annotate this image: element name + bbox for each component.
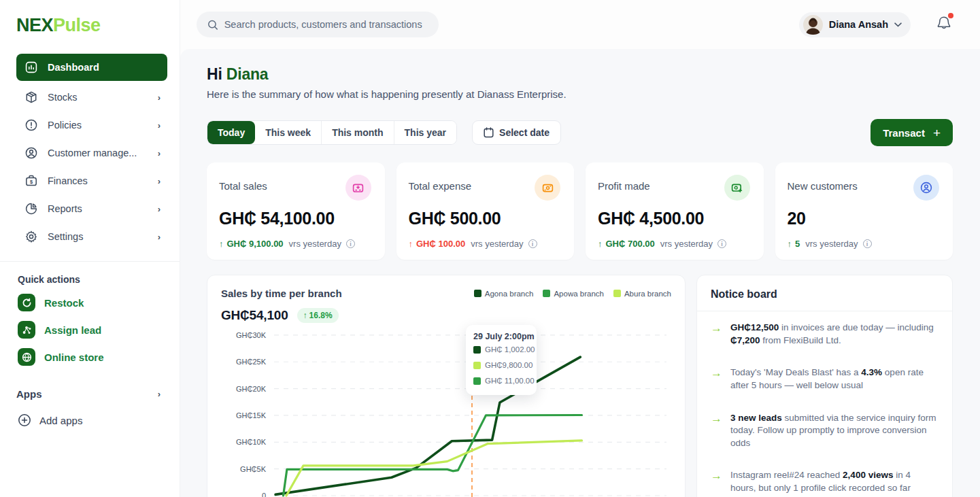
y-axis-tick: GH₵10K xyxy=(236,438,267,446)
tooltip-value: GH₵ 1,002.00 xyxy=(485,345,535,354)
pos-sale-icon xyxy=(345,175,371,201)
globe-icon xyxy=(18,348,35,366)
dashboard-icon xyxy=(24,61,38,74)
quick-action-restock[interactable]: Restock xyxy=(16,289,167,316)
brand-logo-primary: NEX xyxy=(16,15,53,35)
svg-text:$: $ xyxy=(30,179,33,185)
stat-card-title: Profit made xyxy=(598,180,650,192)
tab-this-year[interactable]: This year xyxy=(394,121,456,144)
stat-card-compare-label: vrs yesterday xyxy=(471,239,523,249)
sidebar-item-label: Dashboard xyxy=(48,62,160,73)
stat-card-value: GH₵ 500.00 xyxy=(409,209,561,228)
tooltip-value: GH₵ 11,00.00 xyxy=(485,377,535,385)
calendar-icon xyxy=(484,127,494,138)
chevron-right-icon: › xyxy=(158,148,160,158)
info-icon[interactable]: i xyxy=(528,239,537,248)
chevron-right-icon: › xyxy=(158,92,160,103)
legend-swatch xyxy=(613,290,621,297)
notice-text: Today's 'May Deals Blast' has a 4.3% ope… xyxy=(730,366,937,392)
sidebar-item-label: Customer manage... xyxy=(48,148,148,158)
notice-text: GH₵12,500 in invoices are due today — in… xyxy=(730,322,937,347)
notice-text: 3 new leads submitted via the service in… xyxy=(730,412,937,450)
stat-card-delta-amount: GH₵ 700.00 xyxy=(606,239,655,249)
sidebar-item-policies[interactable]: Policies› xyxy=(16,112,167,139)
topbar: Diana Ansah xyxy=(180,0,980,49)
tooltip-swatch xyxy=(473,377,481,385)
lower-row: Sales by time per branch Agona branch Ap… xyxy=(207,275,953,497)
tab-this-month[interactable]: This month xyxy=(322,121,394,144)
pie-chart-icon xyxy=(24,202,38,216)
arrow-up-icon: ↑ xyxy=(303,311,307,320)
select-date-button[interactable]: Select date xyxy=(472,120,561,145)
info-icon[interactable]: i xyxy=(863,239,872,248)
arrow-right-icon: → xyxy=(711,322,722,347)
tab-today[interactable]: Today xyxy=(207,121,255,144)
notice-item: → Instagram reel#24 reached 2,400 views … xyxy=(697,459,952,497)
refresh-icon xyxy=(18,294,35,311)
alert-circle-icon xyxy=(24,118,38,132)
quick-action-label: Assign lead xyxy=(44,324,101,336)
user-menu[interactable]: Diana Ansah xyxy=(799,12,911,37)
sidebar-item-dashboard[interactable]: Dashboard xyxy=(16,54,167,81)
tooltip-date: 29 July 2:00pm xyxy=(473,332,529,341)
sidebar-item-label: Stocks xyxy=(48,92,148,103)
sales-chart-card: Sales by time per branch Agona branch Ap… xyxy=(207,275,686,497)
page-title: Hi Diana xyxy=(207,65,953,84)
add-apps-button[interactable]: Add apps xyxy=(16,413,167,427)
plus-circle-icon xyxy=(18,413,31,427)
briefcase-dollar-icon: $ xyxy=(24,174,38,188)
tooltip-swatch xyxy=(473,362,481,369)
stat-card-value: GH₵ 54,100.00 xyxy=(219,209,371,228)
tab-this-week[interactable]: This week xyxy=(255,121,322,144)
sidebar-item-apps[interactable]: Apps › xyxy=(16,388,167,400)
customer-icon xyxy=(24,146,38,160)
notifications-button[interactable] xyxy=(935,14,953,35)
sidebar-divider xyxy=(0,261,180,262)
info-icon[interactable]: i xyxy=(346,239,355,248)
chart-legend: Agona branch Apowa branch Abura branch xyxy=(474,290,671,298)
arrow-right-icon: → xyxy=(711,412,722,450)
select-date-label: Select date xyxy=(499,127,550,138)
search-bar[interactable] xyxy=(197,12,439,37)
app-root: NEXPulse Dashboard Stocks› Policies› Cus… xyxy=(0,0,980,497)
sidebar: NEXPulse Dashboard Stocks› Policies› Cus… xyxy=(0,0,180,497)
arrow-right-icon: → xyxy=(711,469,722,494)
filter-row: TodayThis weekThis monthThis year Select… xyxy=(207,119,953,146)
quick-action-assign-lead[interactable]: Assign lead xyxy=(16,316,167,343)
y-axis-tick: GH₵20K xyxy=(236,385,267,393)
sidebar-item-label: Settings xyxy=(48,231,148,242)
stat-card-value: 20 xyxy=(788,209,940,228)
stat-card-delta: ↑ GH₵ 100.00 vrs yesterday i xyxy=(409,239,561,249)
notice-item: → GH₵12,500 in invoices are due today — … xyxy=(697,311,952,356)
apps-label: Apps xyxy=(16,388,42,400)
share-network-icon xyxy=(18,321,35,339)
quick-action-online-store[interactable]: Online store xyxy=(16,343,167,371)
tooltip-swatch xyxy=(473,346,481,354)
chevron-down-icon xyxy=(894,22,902,27)
quick-action-label: Restock xyxy=(44,297,84,309)
chart-title: Sales by time per branch xyxy=(221,288,342,299)
sidebar-item-stocks[interactable]: Stocks› xyxy=(16,84,167,111)
page-subtitle: Here is the summary of how what is happe… xyxy=(207,88,953,100)
plus-icon: + xyxy=(933,126,941,139)
sidebar-item-settings[interactable]: Settings› xyxy=(16,223,167,250)
stat-card-total-expense: Total expense GH₵ 500.00 ↑ GH₵ 100.00 vr… xyxy=(396,162,575,260)
transact-label: Transact xyxy=(883,127,925,139)
info-icon[interactable]: i xyxy=(717,239,726,248)
arrow-up-icon: ↑ xyxy=(788,239,792,249)
arrow-up-icon: ↑ xyxy=(598,239,603,249)
stat-card-compare-label: vrs yesterday xyxy=(805,239,858,249)
search-input[interactable] xyxy=(224,19,428,30)
notice-item: → 3 new leads submitted via the service … xyxy=(697,402,952,460)
pos-plus-icon xyxy=(724,175,750,201)
transact-button[interactable]: Transact + xyxy=(871,119,953,146)
sales-line-chart[interactable]: 0GH₵5KGH₵10KGH₵15KGH₵20KGH₵25KGH₵30K8:00… xyxy=(221,327,673,497)
sidebar-item-finances[interactable]: $ Finances› xyxy=(16,167,167,194)
sidebar-item-reports[interactable]: Reports› xyxy=(16,195,167,222)
sidebar-item-customer-manage[interactable]: Customer manage...› xyxy=(16,139,167,167)
avatar xyxy=(803,15,823,35)
add-apps-label: Add apps xyxy=(39,415,82,426)
gear-icon xyxy=(24,230,38,243)
chart-tooltip: 29 July 2:00pm GH₵ 1,002.00 GH₵9,800.00 … xyxy=(466,325,537,395)
tooltip-value: GH₵9,800.00 xyxy=(485,361,533,369)
